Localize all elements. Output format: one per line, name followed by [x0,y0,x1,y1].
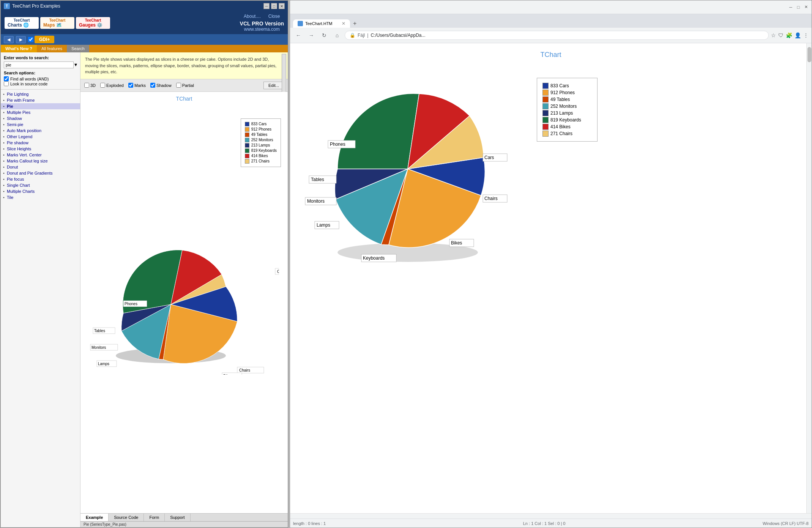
browser-tab-title: TeeChart.HTM [305,21,333,26]
checkbox-3d[interactable] [84,83,89,88]
browser-minimize-button[interactable]: ─ [788,5,793,10]
find-all-checkbox[interactable] [4,76,9,81]
browser-legend-monitors: 252 Monitors [542,103,592,109]
checkbox-shadow-text: Shadow [156,83,172,88]
tab-whats-new[interactable]: What's New ? [1,45,37,52]
gdi-checkbox[interactable] [28,37,33,42]
browser-title-bar: ─ □ ✕ [290,0,812,14]
nav-item-marks-callout-leg-size[interactable]: Marks Callout leg size [1,158,80,164]
forward-button[interactable]: ▶ [16,36,26,43]
brand-card-charts[interactable]: TeeChart Charts 🌐 [5,17,39,29]
addr-prefix: Fájl [358,33,365,38]
browser-label-cars: Cars [484,155,494,160]
menu-icon[interactable]: ⋮ [803,32,809,38]
checkbox-exploded-label[interactable]: Exploded [100,83,124,88]
search-input[interactable] [4,61,74,68]
close-button[interactable]: ✕ [279,3,285,9]
checkbox-shadow-label[interactable]: Shadow [150,83,172,88]
profile-icon[interactable]: 👤 [795,32,801,38]
look-source-checkbox-row[interactable]: Look in source code [4,81,77,86]
browser-scrollbar[interactable] [806,43,812,513]
tab-all-features[interactable]: All features [37,45,67,52]
nav-item-shadow[interactable]: Shadow [1,115,80,121]
bottom-tab-support[interactable]: Support [165,514,191,521]
nav-item-pie[interactable]: Pie [1,103,80,109]
nav-item-multiple-pies[interactable]: Multiple Pies [1,109,80,115]
bottom-tab-source-code[interactable]: Source Code [109,514,144,521]
browser-restore-button[interactable]: □ [796,5,801,10]
nav-item-marks-vert-center[interactable]: Marks Vert. Center [1,152,80,158]
gdi-checkbox-label[interactable]: GDI+ [28,36,54,43]
label-lamps-text: Lamps [98,362,109,366]
edit-button[interactable]: Edit... [263,82,284,89]
checkbox-marks-label[interactable]: Marks [128,83,146,88]
checkbox-exploded[interactable] [100,83,105,88]
browser-reload-button[interactable]: ↻ [319,30,330,41]
address-input[interactable]: 🔒 Fájl | C:/Users/Gubacsi/AppDa... [345,31,769,40]
website-label: www.steema.com [240,27,284,32]
find-all-checkbox-row[interactable]: Find all words (AND) [4,76,77,81]
browser-content: TChart [290,43,812,513]
brand-card-gauges[interactable]: TeeChart Gauges ⚙️ [76,17,110,29]
browser-legend-cars: 833 Cars [542,83,592,89]
maximize-button[interactable]: □ [271,3,277,9]
brand-gauges-title: TeeChart [79,18,107,22]
back-button[interactable]: ◀ [4,36,14,43]
browser-close-button[interactable]: ✕ [803,5,809,10]
nav-item-semi-pie[interactable]: Semi-pie [1,121,80,128]
browser-tab-teechart[interactable]: TeeChart.HTM ✕ [293,19,350,28]
version-label: VCL PRO Version [240,20,284,27]
nav-item-single-chart[interactable]: Single Chart [1,182,80,188]
browser-forward-button[interactable]: → [306,30,317,41]
checkbox-3d-label[interactable]: 3D [84,83,96,88]
nav-item-slice-heights[interactable]: Slice Heights [1,146,80,152]
search-label: Enter words to search: [4,55,77,60]
nav-item-tile[interactable]: Tile [1,194,80,200]
legend-item-bikes: 414 Bikes [245,154,277,158]
tab-search[interactable]: Search [67,45,89,52]
checkbox-partial[interactable] [176,83,181,88]
label-phones-text: Phones [125,302,137,306]
nav-item-donut[interactable]: Donut [1,164,80,170]
browser-status-right: Windows (CR LF) UTF-8 [763,521,809,526]
browser-tab-close-button[interactable]: ✕ [342,21,345,26]
browser-new-tab-button[interactable]: + [351,19,359,28]
browser-tab-strip: TeeChart.HTM ✕ + [290,14,812,28]
addr-path: C:/Users/Gubacsi/AppDa... [371,33,425,38]
right-panel: The Pie style shows values displayed as … [80,52,288,527]
checkbox-partial-label[interactable]: Partial [176,83,194,88]
extension-icon[interactable]: 🧩 [786,32,792,38]
nav-item-pie-shadow[interactable]: Pie shadow [1,140,80,146]
brand-card-maps[interactable]: TeeChart Maps 🗺️ [40,17,74,29]
nav-item-auto-mark-position[interactable]: Auto Mark position [1,128,80,134]
bottom-tab-form[interactable]: Form [144,514,165,521]
look-source-checkbox[interactable] [4,81,9,86]
browser-scrollbar-thumb[interactable] [807,47,811,62]
legend-item-lamps: 213 Lamps [245,143,277,148]
legend-item-chairs: 271 Chairs [245,159,277,164]
nav-item-multiple-charts[interactable]: Multiple Charts [1,188,80,194]
header-right: About.... Close VCL PRO Version www.stee… [240,14,284,32]
browser-back-button[interactable]: ← [293,30,304,41]
minimize-button[interactable]: ─ [263,3,270,9]
addr-separator: | [367,33,368,38]
nav-list: Pie Lighting Pie with Frame Pie Multiple… [1,90,80,202]
browser-label-monitors: Monitors [307,199,325,204]
checkbox-marks[interactable] [128,83,133,88]
nav-item-pie-focus[interactable]: Pie focus [1,176,80,182]
checkbox-shadow[interactable] [150,83,155,88]
bottom-tab-example[interactable]: Example [80,514,109,521]
nav-item-pie-with-frame[interactable]: Pie with Frame [1,97,80,103]
browser-hscrollbar[interactable] [290,513,812,519]
bookmark-icon[interactable]: ☆ [771,32,776,38]
nav-item-pie-lighting[interactable]: Pie Lighting [1,91,80,97]
legend-item-tables: 49 Tables [245,132,277,137]
close-link[interactable]: Close [268,14,280,19]
gdi-plus-button[interactable]: GDI+ [35,36,54,43]
app-icon: T [4,3,10,9]
nav-item-donut-and-pie-gradients[interactable]: Donut and Pie Gradients [1,170,80,176]
address-bar-right: ☆ 🛡 🧩 👤 ⋮ [771,32,809,38]
browser-home-button[interactable]: ⌂ [332,30,342,41]
nav-item-other-legend[interactable]: Other Legend [1,134,80,140]
about-link[interactable]: About.... [244,14,261,19]
